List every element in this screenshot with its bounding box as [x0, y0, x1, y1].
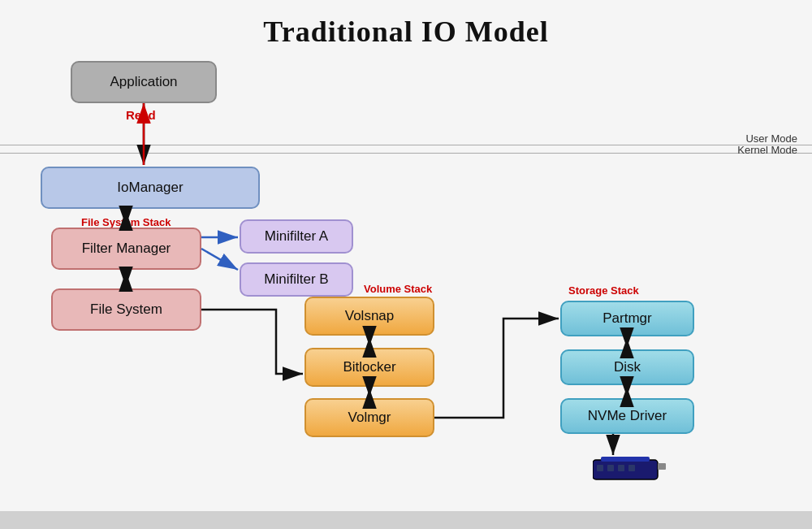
disk-label: Disk [614, 359, 641, 375]
svg-rect-6 [628, 465, 635, 471]
nvme-box: NVMe Driver [560, 398, 694, 434]
page-title: Traditional IO Model [0, 0, 812, 57]
filter-manager-label: Filter Manager [82, 241, 171, 257]
volume-stack-label: Volume Stack [364, 283, 432, 295]
nvme-label: NVMe Driver [588, 408, 667, 424]
minifilter-a-box: Minifilter A [240, 219, 353, 254]
svg-rect-4 [607, 465, 614, 471]
bitlocker-box: Bitlocker [304, 348, 434, 387]
filter-manager-box: Filter Manager [51, 228, 201, 270]
application-label: Application [110, 74, 177, 90]
volmgr-box: Volmgr [304, 398, 434, 437]
iomanager-box: IoManager [41, 167, 260, 209]
minifilter-b-box: Minifilter B [240, 262, 353, 297]
diagram-area: User Mode Kernel Mode Application Read I… [0, 57, 812, 529]
ssd-image [593, 453, 666, 484]
minifilter-a-label: Minifilter A [265, 228, 328, 245]
user-mode-line [0, 145, 812, 145]
disk-box: Disk [560, 349, 694, 385]
svg-line-18 [201, 249, 238, 270]
file-system-label: File System [90, 301, 162, 318]
volsnap-box: Volsnap [304, 297, 434, 336]
svg-rect-1 [601, 457, 650, 462]
bottom-bar [0, 511, 812, 529]
partmgr-label: Partmgr [603, 310, 651, 327]
application-box: Application [71, 61, 217, 103]
volsnap-label: Volsnap [345, 308, 395, 324]
volmgr-label: Volmgr [348, 410, 391, 426]
minifilter-b-label: Minifilter B [264, 271, 328, 288]
read-label: Read [126, 108, 156, 122]
kernel-mode-line [0, 153, 812, 154]
svg-rect-5 [618, 465, 624, 471]
partmgr-box: Partmgr [560, 301, 694, 336]
user-mode-label: User Mode [745, 132, 797, 145]
kernel-mode-label: Kernel Mode [737, 144, 797, 156]
svg-rect-2 [658, 463, 666, 470]
fs-stack-label: File System Stack [81, 216, 171, 228]
svg-rect-3 [597, 465, 603, 471]
storage-stack-label: Storage Stack [568, 284, 639, 297]
iomanager-label: IoManager [117, 180, 183, 196]
file-system-box: File System [51, 288, 201, 331]
bitlocker-label: Bitlocker [343, 359, 395, 375]
